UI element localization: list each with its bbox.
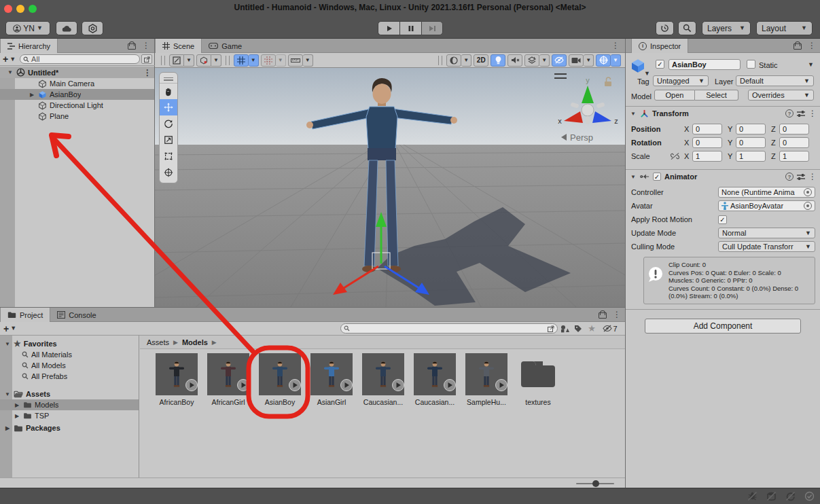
effects-button[interactable] <box>524 54 539 67</box>
preview-play-icon[interactable] <box>444 380 456 391</box>
drag-handle[interactable] <box>226 56 230 65</box>
camera-settings-dropdown[interactable]: ▼ <box>584 54 594 67</box>
layers-dropdown[interactable]: Layers ▼ <box>702 21 751 35</box>
update-mode-dropdown[interactable]: Normal▼ <box>718 228 815 238</box>
foldout-open-icon[interactable]: ▼ <box>7 69 14 75</box>
kebab-menu-icon[interactable]: ⋮ <box>808 172 817 181</box>
layer-dropdown[interactable]: Default▼ <box>736 75 814 86</box>
animator-enabled-checkbox[interactable]: ✓ <box>653 173 661 181</box>
tab-project[interactable]: Project <box>0 308 50 322</box>
foldout-open-icon[interactable]: ▼ <box>630 174 637 180</box>
asset-tile-asianboy[interactable]: AsianBoy <box>254 353 306 406</box>
lock-icon[interactable] <box>599 310 606 319</box>
plastic-scm-button[interactable] <box>82 21 103 35</box>
rotation-z-field[interactable]: 0 <box>779 137 809 148</box>
tree-tsp-row[interactable]: ▶ TSP <box>0 410 139 421</box>
tree-assets-row[interactable]: ▼ Assets <box>0 389 139 399</box>
drag-handle[interactable] <box>161 56 165 65</box>
culling-mode-dropdown[interactable]: Cull Update Transforr▼ <box>718 241 815 252</box>
static-checkbox[interactable] <box>747 60 755 69</box>
overrides-dropdown[interactable]: Overrides▼ <box>748 90 814 101</box>
asset-tile[interactable]: AfricanGirl <box>202 353 254 406</box>
favorites-row[interactable]: ▼ ★ Favorites <box>0 338 139 349</box>
asset-tile-textures-folder[interactable]: textures <box>512 353 564 406</box>
static-dropdown-icon[interactable]: ▼ <box>808 62 814 68</box>
link-broken-icon[interactable] <box>671 152 679 160</box>
search-by-type-button[interactable] <box>558 323 571 335</box>
preview-play-icon[interactable] <box>238 380 249 391</box>
tab-inspector[interactable]: i Inspector <box>631 39 688 53</box>
position-y-field[interactable]: 0 <box>736 124 766 134</box>
grid-snap-dropdown[interactable]: ▼ <box>276 54 286 67</box>
model-select-button[interactable]: Select <box>695 90 738 101</box>
project-search-input[interactable] <box>340 323 558 334</box>
gizmos-dropdown[interactable]: ▼ <box>611 54 621 67</box>
asset-tile[interactable]: AfricanBoy <box>151 353 202 406</box>
foldout-open-icon[interactable]: ▼ <box>4 341 11 347</box>
slider-thumb[interactable] <box>592 480 599 487</box>
auto-refresh-disabled-button[interactable] <box>783 490 797 503</box>
kebab-menu-icon[interactable]: ⋮ <box>808 109 817 118</box>
position-z-field[interactable]: 0 <box>779 124 809 134</box>
hierarchy-search-input[interactable]: All <box>20 54 140 64</box>
account-button[interactable]: YN ▼ <box>5 21 50 35</box>
model-open-button[interactable]: Open <box>654 90 695 101</box>
cache-server-disabled-button[interactable] <box>764 490 778 503</box>
scale-y-field[interactable]: 1 <box>736 151 766 162</box>
preview-play-icon[interactable] <box>341 380 353 391</box>
breadcrumb-assets[interactable]: Assets <box>147 338 169 346</box>
open-window-button[interactable] <box>141 54 152 64</box>
avatar-object-field[interactable]: AsianBoyAvatar <box>718 200 815 211</box>
preview-play-icon[interactable] <box>393 380 404 391</box>
shading-mode-dropdown[interactable]: ▼ <box>461 54 471 67</box>
hierarchy-item-directional-light[interactable]: Directional Light <box>0 100 154 111</box>
open-new-window-icon[interactable] <box>548 325 554 332</box>
grid-visibility-dropdown[interactable]: ▼ <box>249 54 259 67</box>
debugger-disabled-button[interactable] <box>745 490 759 503</box>
kebab-menu-icon[interactable]: ⋮ <box>613 310 621 319</box>
scene-viewport[interactable]: y x z Persp <box>155 68 625 307</box>
rotation-y-field[interactable]: 0 <box>736 137 766 148</box>
asset-tile[interactable]: AsianGirl <box>306 353 357 406</box>
foldout-open-icon[interactable]: ▼ <box>4 391 11 397</box>
help-icon[interactable]: ? <box>785 173 794 181</box>
asset-tile[interactable]: Caucasian... <box>409 353 461 406</box>
tab-game[interactable]: Game <box>202 39 249 53</box>
lock-icon[interactable] <box>794 41 801 50</box>
gizmos-button[interactable] <box>596 54 611 67</box>
create-menu-button[interactable]: + <box>3 323 9 334</box>
object-picker-icon[interactable] <box>804 202 812 210</box>
hierarchy-item-main-camera[interactable]: Main Camera <box>0 78 154 89</box>
scale-tool-button[interactable] <box>160 132 177 148</box>
foldout-closed-icon[interactable]: ▶ <box>14 413 20 419</box>
preview-play-icon[interactable] <box>496 380 507 391</box>
drag-handle[interactable] <box>438 56 442 65</box>
rect-tool-button[interactable] <box>160 148 177 164</box>
scale-z-field[interactable]: 1 <box>779 151 809 162</box>
tab-hierarchy[interactable]: Hierarchy <box>0 39 58 53</box>
camera-settings-button[interactable] <box>569 54 584 67</box>
search-everything-button[interactable] <box>678 21 696 35</box>
presets-icon[interactable] <box>797 110 805 118</box>
favorites-all-prefabs[interactable]: All Prefabs <box>0 371 139 382</box>
tab-console[interactable]: Console <box>50 308 103 322</box>
presets-icon[interactable] <box>797 173 805 181</box>
hierarchy-item-plane[interactable]: Plane <box>0 111 154 122</box>
foldout-closed-icon[interactable]: ▶ <box>4 425 11 431</box>
favorites-all-models[interactable]: All Models <box>0 360 139 371</box>
preview-play-icon[interactable] <box>289 380 301 391</box>
favorites-all-materials[interactable]: All Materials <box>0 349 139 360</box>
chevron-down-icon[interactable]: ▼ <box>644 71 650 77</box>
create-menu-button[interactable]: + <box>3 54 8 65</box>
scene-lighting-button[interactable] <box>491 54 505 67</box>
transform-header[interactable]: ▼ Transform ? ⋮ <box>626 107 820 120</box>
tab-scene[interactable]: Scene <box>155 39 202 53</box>
help-icon[interactable]: ? <box>785 109 794 118</box>
grid-visibility-button[interactable] <box>234 54 249 67</box>
chevron-down-icon[interactable]: ▼ <box>10 56 16 62</box>
gameobject-name-field[interactable]: AsianBoy <box>669 59 741 70</box>
kebab-menu-icon[interactable]: ⋮ <box>808 41 816 50</box>
preview-play-icon[interactable] <box>186 380 198 391</box>
step-button[interactable] <box>421 21 443 35</box>
tree-packages-row[interactable]: ▶ Packages <box>0 422 139 433</box>
